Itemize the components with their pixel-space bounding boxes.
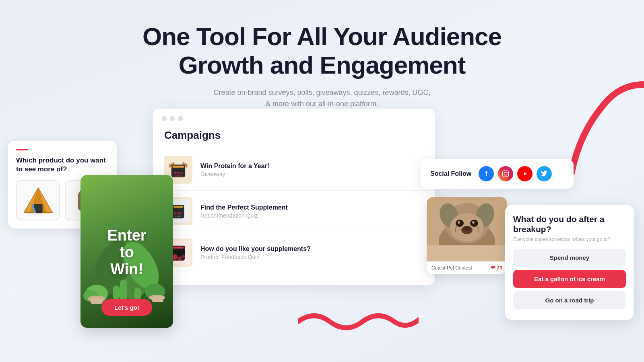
breakup-quiz-card: What do you do after a breakup? Everyone…: [505, 205, 634, 320]
campaign-name-1: Win Protein for a Year!: [200, 162, 269, 170]
page-background: One Tool For All Your Audience Growth an…: [0, 0, 644, 362]
svg-point-44: [504, 172, 507, 175]
lets-go-button[interactable]: Let's go!: [101, 299, 152, 316]
card-accent-bar: [16, 149, 28, 150]
campaign-item-1[interactable]: MYKO CORPS Win Protein for a Year! Givea…: [153, 149, 435, 190]
svg-point-41: [178, 256, 182, 260]
campaign-info-2: Find the Perfect Supplement Recommendati…: [200, 204, 288, 219]
dot-2: [170, 116, 175, 121]
breakup-question: What do you do after a breakup?: [513, 214, 626, 234]
svg-rect-21: [91, 298, 103, 304]
youtube-icon[interactable]: [517, 166, 533, 181]
campaign-item-2[interactable]: MYKO AMMO Find the Perfect Supplement Re…: [153, 190, 435, 232]
hero-subtitle: Create on-brand surveys, polls, giveaway…: [0, 87, 644, 110]
svg-rect-23: [152, 296, 163, 302]
heart-count: ❤ 73: [491, 265, 502, 271]
pet-contest-label: Cutest Pet Contest ❤ 73: [427, 261, 507, 274]
campaign-name-2: Find the Perfect Supplement: [200, 204, 288, 211]
campaign-info-3: How do you like your supplements? Produc…: [200, 245, 311, 260]
enter-to-win-text: Enter to Win!: [107, 227, 146, 278]
svg-rect-13: [113, 286, 120, 300]
campaigns-window: Campaigns MYKO CORPS Win Protein f: [153, 109, 435, 285]
social-follow-label: Social Follow: [430, 170, 471, 177]
svg-point-42: [182, 255, 186, 258]
product-option-tent[interactable]: [16, 180, 60, 220]
svg-point-55: [458, 221, 460, 224]
answer-btn-road-trip[interactable]: Go on a road trip: [513, 291, 626, 309]
svg-point-56: [472, 221, 475, 224]
social-follow-card: Social Follow f: [421, 159, 574, 189]
campaigns-title: Campaigns: [153, 125, 435, 149]
twitter-icon[interactable]: [537, 166, 552, 181]
hero-section: One Tool For All Your Audience Growth an…: [0, 0, 644, 110]
answer-btn-ice-cream[interactable]: Eat a gallon of ice cream: [513, 270, 626, 288]
svg-rect-59: [427, 245, 507, 261]
giveaway-popup: Enter to Win! Let's go!: [80, 175, 173, 328]
svg-rect-39: [173, 247, 184, 248]
hero-title: One Tool For All Your Audience Growth an…: [0, 22, 644, 80]
svg-point-3: [25, 211, 52, 215]
campaign-info-1: Win Protein for a Year! Giveaway: [200, 162, 269, 177]
window-dots: [153, 109, 435, 125]
svg-point-45: [507, 172, 508, 173]
facebook-icon[interactable]: f: [479, 166, 494, 181]
svg-rect-33: [173, 206, 183, 208]
svg-text:MYKO: MYKO: [173, 171, 183, 175]
dot-3: [178, 116, 183, 121]
instagram-icon[interactable]: [498, 166, 513, 181]
campaign-type-1: Giveaway: [200, 171, 269, 177]
campaign-type-3: Product Feedback Quiz: [200, 254, 311, 260]
campaign-type-2: Recommendation Quiz: [200, 212, 288, 219]
dot-1: [162, 116, 167, 121]
svg-rect-43: [503, 171, 509, 177]
svg-marker-46: [524, 172, 527, 175]
poll-question: Which product do you want to see more of…: [16, 156, 109, 174]
giveaway-text: Enter to Win!: [107, 227, 146, 278]
svg-rect-14: [134, 288, 141, 300]
svg-text:AMMO: AMMO: [175, 215, 182, 218]
campaign-item-3[interactable]: How do you like your supplements? Produc…: [153, 232, 435, 273]
svg-rect-27: [172, 166, 184, 168]
svg-point-58: [463, 226, 471, 231]
svg-text:MYKO: MYKO: [174, 212, 183, 215]
social-icons-group: f: [479, 166, 552, 181]
answer-btn-spend-money[interactable]: Spend money: [513, 249, 626, 267]
pet-image: [427, 197, 507, 261]
deco-squiggle-icon: [298, 306, 419, 338]
svg-text:CORPS: CORPS: [174, 175, 182, 177]
campaign-name-3: How do you like your supplements?: [200, 245, 311, 253]
breakup-subtext: Everyone copes somehow, whats your go to…: [513, 237, 626, 242]
pet-contest-card: Cutest Pet Contest ❤ 73: [427, 197, 507, 274]
